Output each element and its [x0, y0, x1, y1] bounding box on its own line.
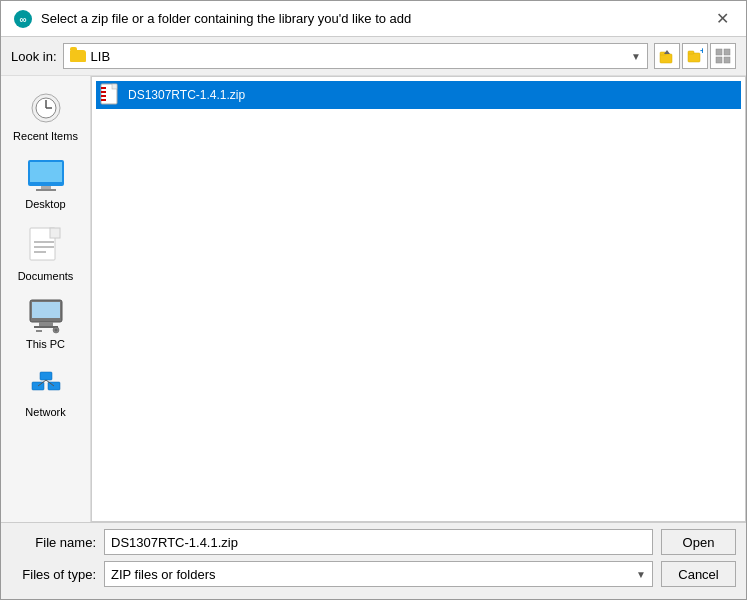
lookin-combo-content: LIB	[70, 49, 111, 64]
filetype-label: Files of type:	[11, 567, 96, 582]
sidebar-item-network[interactable]: Network	[6, 360, 86, 424]
filetype-combo[interactable]: ZIP files or folders ▼	[104, 561, 653, 587]
lookin-label: Look in:	[11, 49, 57, 64]
file-item[interactable]: DS1307RTC-1.4.1.zip	[96, 81, 741, 109]
lookin-combo[interactable]: LIB ▼	[63, 43, 648, 69]
svg-point-32	[54, 329, 57, 332]
sidebar-item-documents[interactable]: Documents	[6, 220, 86, 288]
toolbar: Look in: LIB ▼ +	[1, 37, 746, 76]
network-icon	[26, 366, 66, 402]
svg-rect-5	[688, 53, 700, 62]
desktop-icon	[26, 158, 66, 194]
file-name: DS1307RTC-1.4.1.zip	[128, 88, 245, 102]
documents-icon	[28, 226, 64, 266]
view-button[interactable]	[710, 43, 736, 69]
network-label: Network	[25, 406, 65, 418]
chevron-down-icon: ▼	[631, 51, 641, 62]
main-content: Recent Items Desktop	[1, 76, 746, 522]
titlebar-left: ∞ Select a zip file or a folder containi…	[13, 9, 411, 29]
app-icon: ∞	[13, 9, 33, 29]
svg-rect-18	[41, 186, 51, 189]
sidebar: Recent Items Desktop	[1, 76, 91, 522]
filename-input[interactable]	[104, 529, 653, 555]
svg-rect-40	[112, 84, 117, 89]
up-folder-button[interactable]	[654, 43, 680, 69]
svg-rect-35	[40, 372, 52, 380]
cancel-button[interactable]: Cancel	[661, 561, 736, 587]
filetype-value: ZIP files or folders	[111, 567, 216, 582]
recent-items-icon	[26, 90, 66, 126]
file-area[interactable]: DS1307RTC-1.4.1.zip	[91, 76, 746, 522]
filetype-row: Files of type: ZIP files or folders ▼ Ca…	[11, 561, 736, 587]
svg-rect-44	[101, 99, 106, 101]
open-button[interactable]: Open	[661, 529, 736, 555]
thispc-icon	[26, 298, 66, 334]
svg-rect-27	[32, 302, 60, 318]
svg-rect-11	[724, 57, 730, 63]
svg-rect-9	[724, 49, 730, 55]
svg-rect-10	[716, 57, 722, 63]
svg-rect-19	[36, 189, 56, 191]
documents-label: Documents	[18, 270, 74, 282]
zip-file-icon	[100, 83, 122, 107]
svg-rect-42	[101, 91, 106, 93]
new-folder-icon: +	[687, 48, 703, 64]
svg-rect-17	[30, 162, 62, 182]
filetype-chevron-icon: ▼	[636, 569, 646, 580]
svg-text:+: +	[700, 48, 703, 56]
svg-rect-41	[101, 87, 106, 89]
desktop-label: Desktop	[25, 198, 65, 210]
sidebar-item-thispc[interactable]: This PC	[6, 292, 86, 356]
filename-label: File name:	[11, 535, 96, 550]
view-icon	[715, 48, 731, 64]
filename-row: File name: Open	[11, 529, 736, 555]
svg-rect-30	[36, 330, 42, 332]
recent-items-label: Recent Items	[13, 130, 78, 142]
new-folder-button[interactable]: +	[682, 43, 708, 69]
svg-rect-22	[50, 228, 60, 238]
dialog-title: Select a zip file or a folder containing…	[41, 11, 411, 26]
svg-rect-6	[688, 51, 694, 54]
close-button[interactable]: ✕	[710, 7, 734, 31]
folder-icon	[70, 50, 86, 62]
lookin-value: LIB	[91, 49, 111, 64]
svg-rect-28	[39, 322, 53, 326]
file-dialog: ∞ Select a zip file or a folder containi…	[0, 0, 747, 600]
thispc-label: This PC	[26, 338, 65, 350]
svg-rect-43	[101, 95, 106, 97]
bottom-bar: File name: Open Files of type: ZIP files…	[1, 522, 746, 599]
titlebar: ∞ Select a zip file or a folder containi…	[1, 1, 746, 37]
sidebar-item-desktop[interactable]: Desktop	[6, 152, 86, 216]
sidebar-item-recent[interactable]: Recent Items	[6, 84, 86, 148]
svg-rect-2	[660, 54, 672, 63]
toolbar-buttons: +	[654, 43, 736, 69]
svg-rect-8	[716, 49, 722, 55]
svg-text:∞: ∞	[19, 14, 26, 25]
up-folder-icon	[659, 48, 675, 64]
